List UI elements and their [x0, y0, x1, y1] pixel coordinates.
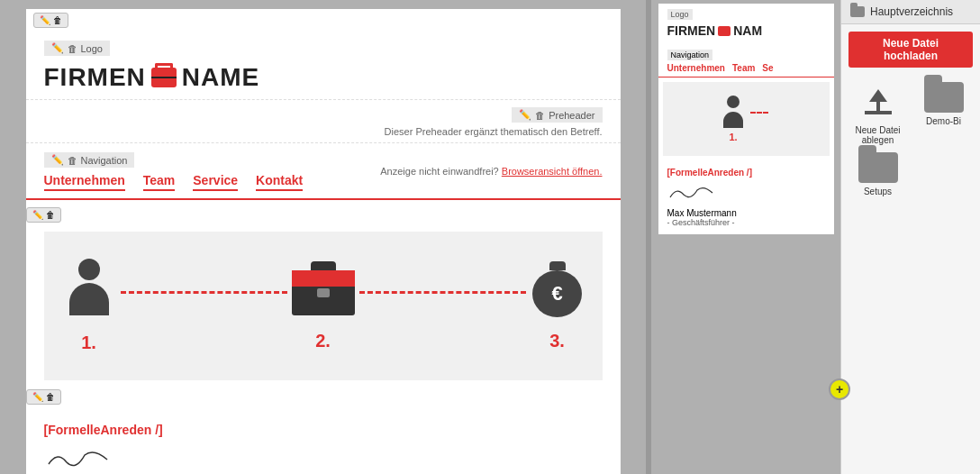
- nav-link-unternehmen[interactable]: Unternehmen: [44, 173, 125, 191]
- pencil-icon: ✏️: [40, 15, 50, 25]
- briefcase-icon: [151, 68, 177, 87]
- upload-base-icon: [865, 111, 892, 114]
- toolbox-icon: [292, 261, 355, 320]
- preview-bottom: [FormelleAnreden /] Max Mustermann - Ges…: [658, 160, 834, 234]
- pencil-icon-preheader: ✏️: [519, 109, 531, 121]
- trash-icon-bottom: 🗑: [46, 392, 55, 402]
- browser-notice: Anzeige nicht einwandfrei? Browseransich…: [380, 166, 602, 177]
- pencil-icon-bottom: ✏️: [32, 392, 43, 402]
- step-2: 2.: [292, 261, 355, 351]
- preview-person-head: [727, 96, 740, 108]
- sidebar-item-upload[interactable]: Neue Dateiablegen: [848, 82, 907, 145]
- upload-item-label: Neue Dateiablegen: [855, 125, 900, 145]
- nav-label-bar: ✏️ 🗑 Navigation: [44, 152, 135, 168]
- bottom-edit-bar[interactable]: ✏️ 🗑: [26, 389, 61, 405]
- upload-arrow-icon: [869, 89, 887, 102]
- preview-nav-se: Se: [762, 63, 773, 73]
- preview-nav-label: Navigation: [667, 50, 713, 60]
- preview-nav-unternehmen: Unternehmen: [667, 63, 725, 73]
- file-sidebar: Hauptverzeichnis Neue Datei hochladen Ne…: [840, 0, 980, 474]
- step-1: 1.: [62, 259, 116, 353]
- toolbox-body: [292, 270, 355, 315]
- step-3: € 3.: [531, 261, 585, 351]
- sidebar-grid: Neue Dateiablegen Demo-Bi Setups: [841, 75, 980, 204]
- preview-dashed-line: [750, 112, 768, 114]
- preview-sig-title: - Geschäftsführer -: [667, 218, 825, 227]
- moneybag-body: €: [532, 270, 582, 317]
- upload-line-icon: [876, 102, 880, 111]
- preheader-label: ✏️ 🗑 Preheader: [512, 107, 602, 123]
- upload-folder-icon: [858, 82, 898, 122]
- demo-folder-icon: [924, 82, 964, 113]
- step-2-number: 2.: [315, 331, 331, 351]
- nav-section: ✏️ 🗑 Navigation Unternehmen Team Service…: [26, 143, 621, 200]
- upload-button[interactable]: Neue Datei hochladen: [848, 32, 973, 68]
- preview-formal-greeting: [FormelleAnreden /]: [667, 168, 825, 178]
- sidebar-item-demo[interactable]: Demo-Bi: [914, 82, 973, 145]
- preview-content: Logo FIRMEN NAM Navigation Unternehmen T…: [658, 4, 834, 234]
- sidebar-header-label: Hauptverzeichnis: [870, 5, 953, 18]
- preview-nav-links: Unternehmen Team Se: [667, 63, 825, 73]
- setups-folder-icon: [858, 152, 898, 183]
- sidebar-item-setups[interactable]: Setups: [848, 152, 907, 196]
- hero-edit-bar[interactable]: ✏️ 🗑: [26, 207, 61, 223]
- moneybag-icon: €: [531, 261, 585, 320]
- preview-hero: 1.: [663, 82, 830, 156]
- preview-sig-name: Max Mustermann: [667, 208, 825, 218]
- preview-logo-label: Logo: [667, 9, 693, 20]
- email-preview-panel: Logo FIRMEN NAM Navigation Unternehmen T…: [651, 0, 840, 474]
- setups-item-label: Setups: [864, 187, 892, 196]
- toolbox-band: [292, 270, 355, 287]
- step-connector-1: [121, 291, 287, 294]
- step-1-number: 1.: [81, 333, 96, 353]
- browser-link[interactable]: Browseransicht öffnen.: [502, 166, 603, 177]
- preview-nav-section: Navigation Unternehmen Team Se: [658, 41, 834, 77]
- person-body: [69, 283, 109, 315]
- trash-icon-nav: 🗑: [68, 155, 77, 166]
- pencil-icon-nav: ✏️: [51, 154, 64, 166]
- trash-icon: 🗑: [53, 15, 62, 25]
- step-connector-2: [359, 291, 526, 294]
- hero-section: 1. 2. €: [44, 232, 603, 380]
- pencil-icon-hero: ✏️: [32, 210, 43, 220]
- pencil-icon-logo: ✏️: [51, 42, 64, 54]
- logo-edit-bar[interactable]: ✏️ 🗑: [33, 13, 68, 28]
- signature-image: [44, 446, 603, 474]
- logo-section: ✏️ 🗑 Logo FIRMEN NAME: [26, 28, 621, 100]
- person-head: [78, 259, 100, 280]
- toolbox-clasp: [317, 288, 330, 297]
- nav-link-team[interactable]: Team: [143, 173, 176, 191]
- preheader-section: ✏️ 🗑 Preheader Dieser Preheader ergänzt …: [26, 100, 621, 143]
- preview-step-1-num: 1.: [729, 132, 737, 142]
- nav-links: Unternehmen Team Service Kontakt: [44, 173, 304, 191]
- demo-item-label: Demo-Bi: [926, 116, 961, 126]
- email-content: ✏️ 🗑 ✏️ 🗑 Logo FIRMEN NAME ✏️ 🗑 Preheade…: [26, 9, 621, 474]
- preview-nav-team: Team: [732, 63, 755, 73]
- preview-person-body: [723, 112, 743, 128]
- nav-link-kontakt[interactable]: Kontakt: [256, 173, 303, 191]
- email-editor-panel: ✏️ 🗑 ✏️ 🗑 Logo FIRMEN NAME ✏️ 🗑 Preheade…: [0, 0, 646, 474]
- preview-briefcase-icon: [718, 26, 730, 36]
- trash-icon-logo: 🗑: [68, 43, 77, 54]
- folder-icon-header: [850, 6, 865, 17]
- moneybag-top: [549, 261, 566, 270]
- preview-logo-section: Logo FIRMEN NAM: [658, 4, 834, 41]
- bottom-section: [FormelleAnreden /]: [26, 408, 621, 474]
- signature-area: [44, 446, 603, 474]
- toolbox-handle: [311, 261, 336, 270]
- preview-firm-name: FIRMEN NAM: [667, 23, 825, 38]
- preheader-text: Dieser Preheader ergänzt thematisch den …: [44, 126, 603, 137]
- firm-name: FIRMEN NAME: [44, 63, 603, 92]
- preview-step-1: 1.: [723, 96, 743, 142]
- preview-signature: [667, 183, 825, 205]
- trash-icon-preheader: 🗑: [535, 110, 545, 121]
- step-3-number: 3.: [549, 331, 565, 351]
- sidebar-header: Hauptverzeichnis: [841, 0, 980, 24]
- logo-label: ✏️ 🗑 Logo: [44, 41, 110, 56]
- trash-icon-hero: 🗑: [46, 210, 55, 220]
- nav-link-service[interactable]: Service: [193, 173, 238, 191]
- person-icon: [62, 259, 116, 322]
- formal-greeting: [FormelleAnreden /]: [44, 423, 603, 437]
